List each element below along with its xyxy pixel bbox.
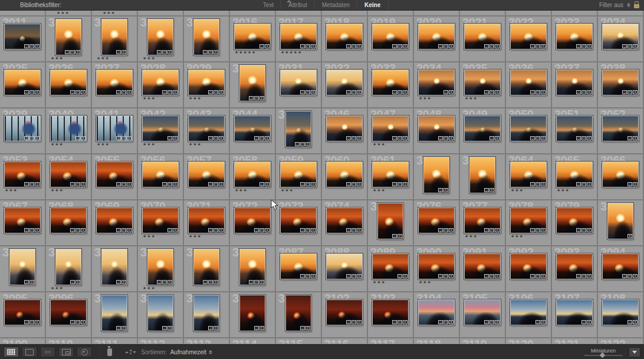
grid-cell-partial[interactable]: 3112	[138, 338, 184, 344]
collection-badge-icon[interactable]: ▭	[535, 182, 540, 186]
tag-badge-icon[interactable]: ◇	[24, 320, 29, 324]
collection-badge-icon[interactable]: ▭	[29, 136, 34, 140]
grid-cell[interactable]: 3065◇▭±★★★	[552, 154, 598, 200]
grid-cell[interactable]: 3056◇▭±	[138, 154, 184, 200]
photo-thumbnail[interactable]: ◇▭±	[189, 70, 224, 95]
tag-badge-icon[interactable]: ◇	[346, 182, 351, 186]
develop-badge-icon[interactable]: ±	[633, 90, 638, 94]
tag-badge-icon[interactable]: ◇	[24, 228, 29, 232]
grid-cell[interactable]: 3091◇▭±	[460, 246, 506, 292]
collection-badge-icon[interactable]: ▭	[489, 228, 494, 232]
grid-cell[interactable]: 3038◇▭±	[598, 62, 644, 108]
photo-thumbnail[interactable]: ◇▭±	[327, 24, 362, 49]
collection-badge-icon[interactable]: ▭	[489, 320, 494, 324]
collection-badge-icon[interactable]: ▭	[581, 90, 586, 94]
photo-thumbnail[interactable]: ◇±	[419, 70, 454, 95]
develop-badge-icon[interactable]: ±	[587, 44, 592, 48]
tag-badge-icon[interactable]: ◇	[208, 228, 213, 232]
photo-thumbnail[interactable]: ◇±	[557, 300, 592, 325]
star-rating[interactable]: ★★★	[419, 280, 432, 285]
tag-badge-icon[interactable]: ◇	[249, 96, 254, 100]
grid-cell-partial[interactable]: 3110	[46, 338, 92, 344]
tag-badge-icon[interactable]: ◇	[438, 228, 443, 232]
grid-cell[interactable]: 3074◇▭±	[322, 200, 368, 246]
tag-badge-icon[interactable]: ◇	[438, 44, 443, 48]
tag-badge-icon[interactable]: ◇	[70, 280, 75, 284]
grid-cell-partial[interactable]: 3118	[414, 338, 460, 344]
develop-badge-icon[interactable]: ±	[213, 326, 218, 330]
photo-thumbnail[interactable]: ◇▭±	[148, 19, 173, 55]
star-rating[interactable]: ★★★	[373, 188, 386, 193]
collection-badge-icon[interactable]: ▭	[300, 142, 305, 146]
tag-badge-icon[interactable]: ◇	[24, 90, 29, 94]
develop-badge-icon[interactable]: ±	[357, 136, 362, 140]
collection-badge-icon[interactable]: ▭	[305, 44, 310, 48]
grid-cell[interactable]: 3050◇▭±	[506, 108, 552, 154]
tag-badge-icon[interactable]: ◇	[300, 326, 305, 330]
grid-cell[interactable]: 3018◇▭±	[322, 17, 368, 62]
spray-can-icon[interactable]	[107, 348, 112, 356]
grid-cell-partial[interactable]	[598, 10, 644, 17]
tag-badge-icon[interactable]: ◇	[346, 136, 351, 140]
grid-cell[interactable]: 3036◇▭±	[506, 62, 552, 108]
grid-cell-partial[interactable]	[184, 10, 230, 17]
collection-badge-icon[interactable]: ▭	[397, 90, 402, 94]
photo-thumbnail[interactable]: ◇▭±	[240, 65, 265, 101]
photo-thumbnail[interactable]: ◇▭±	[5, 116, 40, 141]
collection-badge-icon[interactable]: ▭	[121, 136, 126, 140]
grid-cell-partial[interactable]: 3120	[506, 338, 552, 344]
photo-thumbnail[interactable]: ◇▭±	[281, 208, 316, 233]
grid-cell[interactable]: 3063◇±	[460, 154, 506, 200]
develop-badge-icon[interactable]: ±	[403, 44, 408, 48]
tag-badge-icon[interactable]: ◇	[581, 320, 586, 324]
tag-badge-icon[interactable]: ◇	[489, 136, 494, 140]
tag-badge-icon[interactable]: ◇	[484, 320, 489, 324]
photo-thumbnail[interactable]: ◇±	[511, 300, 546, 325]
tag-badge-icon[interactable]: ◇	[162, 90, 167, 94]
star-rating[interactable]: ★★★	[51, 188, 64, 193]
grid-cell[interactable]: 3084◇▭±★★★	[138, 246, 184, 292]
photo-thumbnail[interactable]: ◇▭±	[194, 249, 219, 285]
collection-badge-icon[interactable]: ▭	[351, 228, 356, 232]
star-rating[interactable]: ★★★	[97, 56, 110, 61]
star-rating[interactable]: ★★★	[51, 142, 64, 147]
tag-badge-icon[interactable]: ◇	[259, 44, 264, 48]
develop-badge-icon[interactable]: ±	[259, 326, 264, 330]
grid-cell[interactable]: 3102◇▭±	[322, 292, 368, 338]
grid-cell[interactable]: 3077◇▭±★★★	[460, 200, 506, 246]
develop-badge-icon[interactable]: ±	[265, 228, 270, 232]
photo-thumbnail[interactable]: ◇▭±	[286, 111, 311, 147]
tag-badge-icon[interactable]: ◇	[116, 228, 121, 232]
grid-cell-partial[interactable]: 3119	[460, 338, 506, 344]
tag-badge-icon[interactable]: ◇	[346, 274, 351, 278]
grid-cell[interactable]: 3012◇▭±★★★	[46, 17, 92, 62]
grid-cell[interactable]: 3090◇▭±★★★	[414, 246, 460, 292]
photo-thumbnail[interactable]: ◇▭±	[327, 254, 362, 279]
grid-cell[interactable]: 3025◇▭±	[0, 62, 46, 108]
grid-cell-partial[interactable]: 3116	[322, 338, 368, 344]
grid-cell[interactable]: 3097◇±	[92, 292, 138, 338]
collection-badge-icon[interactable]: ▭	[351, 136, 356, 140]
tag-badge-icon[interactable]: ◇	[300, 228, 305, 232]
photo-thumbnail[interactable]: ◇▭±	[419, 208, 454, 233]
grid-view-icon[interactable]	[4, 347, 19, 357]
collection-badge-icon[interactable]: ▭	[581, 274, 586, 278]
tag-badge-icon[interactable]: ◇	[576, 90, 581, 94]
photo-thumbnail[interactable]: ◇±	[424, 157, 449, 193]
grid-cell[interactable]: 3044◇▭±	[230, 108, 276, 154]
develop-badge-icon[interactable]: ±	[311, 228, 316, 232]
tag-badge-icon[interactable]: ◇	[254, 326, 259, 330]
develop-badge-icon[interactable]: ±	[495, 90, 500, 94]
photo-thumbnail[interactable]: ◇▭±	[281, 24, 316, 49]
photo-thumbnail[interactable]: ◇▭±	[327, 70, 362, 95]
tag-badge-icon[interactable]: ◇	[392, 90, 397, 94]
photo-thumbnail[interactable]: ◇▭±	[51, 162, 86, 187]
tag-badge-icon[interactable]: ◇	[535, 320, 540, 324]
grid-cell[interactable]: 3053◇▭±★★★	[0, 154, 46, 200]
develop-badge-icon[interactable]: ±	[305, 142, 310, 146]
grid-cell[interactable]: 3045◇▭±	[276, 108, 322, 154]
grid-cell-partial[interactable]	[552, 10, 598, 17]
collection-badge-icon[interactable]: ▭	[208, 50, 213, 54]
grid-cell-partial[interactable]	[506, 10, 552, 17]
develop-badge-icon[interactable]: ±	[127, 228, 132, 232]
